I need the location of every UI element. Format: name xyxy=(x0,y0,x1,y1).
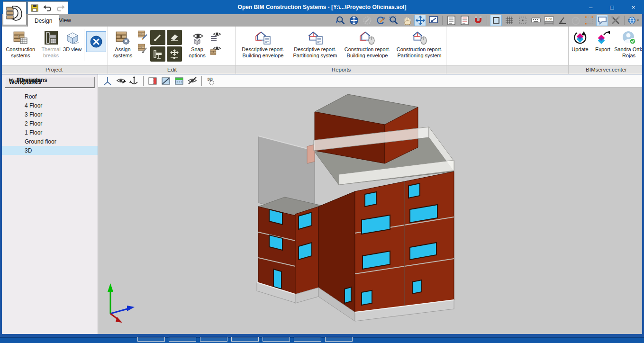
ribbon-group-bimserver: Update Export Sandra Ortiz Rojas xyxy=(569,27,644,65)
web-icon[interactable]: ▾ xyxy=(627,15,639,26)
bim-update-button[interactable]: Update xyxy=(569,28,591,53)
tree-item-1-floor[interactable]: 1 Floor xyxy=(2,128,98,137)
redraw-icon[interactable] xyxy=(361,15,373,26)
edit-eraser-tool[interactable] xyxy=(167,30,182,45)
zoom-previous-icon[interactable] xyxy=(335,15,346,26)
tree-group-3d-views[interactable]: 3D views xyxy=(2,74,41,83)
configuration-tools-icon[interactable] xyxy=(609,15,621,26)
tree-item-ground-floor[interactable]: Ground floor xyxy=(2,137,98,146)
ortho-icon[interactable] xyxy=(490,15,502,26)
edit-system-pencil-icon[interactable] xyxy=(137,30,148,40)
snap-grid-icon[interactable] xyxy=(517,15,528,26)
edit-clamp-tool[interactable] xyxy=(150,46,165,62)
section-plane-icon[interactable] xyxy=(160,75,172,87)
tree-item-2-floor[interactable]: 2 Floor xyxy=(2,119,98,128)
full-screen-icon[interactable] xyxy=(427,15,439,26)
model-window xyxy=(412,280,422,294)
bim-user-button[interactable]: Sandra Ortiz Rojas xyxy=(614,28,644,58)
construction-report-partition-button[interactable]: Construction report. Partitioning system xyxy=(394,28,444,58)
selection-icon[interactable] xyxy=(583,15,595,26)
zoom-extents-icon[interactable] xyxy=(348,15,360,26)
group-label-reports: Reports xyxy=(236,66,446,74)
model-window xyxy=(408,183,420,198)
web-dropdown-arrow: ▾ xyxy=(637,18,639,22)
view-layers-icon[interactable] xyxy=(210,30,221,41)
sidebar-workplanes: Workplanes Floor plans Roof 4 Floor 3 Fl… xyxy=(2,74,98,334)
comments-icon[interactable] xyxy=(596,15,608,26)
viewport-toolbar: 3D xyxy=(98,74,642,88)
taskbar-window-preview xyxy=(294,337,321,342)
group-separator xyxy=(236,27,236,74)
edit-move-tool[interactable] xyxy=(167,46,182,62)
window-controls: – □ × xyxy=(580,0,644,14)
pan-icon[interactable] xyxy=(401,15,413,26)
app-logo[interactable] xyxy=(3,1,27,25)
import-dxf-dwg-icon[interactable] xyxy=(445,15,457,26)
user-avatar xyxy=(621,30,636,45)
construction-report-envelope-button[interactable]: Construction report. Building envelope xyxy=(342,28,392,58)
3d-view-button[interactable]: 3D view xyxy=(63,28,82,53)
grid-icon[interactable] xyxy=(503,15,515,26)
turntable-icon[interactable] xyxy=(128,75,140,87)
tab-view[interactable]: View xyxy=(52,14,78,27)
tree-item-4-floor[interactable]: 4 Floor xyxy=(2,101,98,110)
object-snap-icon[interactable] xyxy=(472,15,484,26)
snap-options-button[interactable]: Snap options xyxy=(184,28,210,58)
axis-tripod xyxy=(108,283,135,323)
chevron-down-icon xyxy=(9,77,13,81)
hide-elements-icon[interactable] xyxy=(187,75,198,87)
tree-item-3d[interactable]: 3D xyxy=(2,146,98,155)
ribbon-group-labels: Project Edit Reports BIMserver.center xyxy=(2,65,642,74)
model-window xyxy=(362,290,372,305)
ribbon-bottom-separator xyxy=(0,74,644,74)
orbit-icon[interactable] xyxy=(414,15,426,26)
model-window xyxy=(365,192,376,207)
descriptive-report-envelope-button[interactable]: Descriptive report. Building envelope xyxy=(238,28,288,58)
tree-item-roof[interactable]: Roof xyxy=(2,92,98,101)
group-separator xyxy=(108,27,108,74)
keyboard-coordinates-icon[interactable] xyxy=(530,15,542,26)
redo-icon[interactable] xyxy=(56,4,65,12)
dxf-dwg-layers-icon[interactable] xyxy=(459,15,471,26)
angle-icon[interactable] xyxy=(556,15,568,26)
thermal-breaks-button[interactable]: Thermal breaks xyxy=(39,28,63,58)
dimensions-icon[interactable]: 1.00 xyxy=(543,15,555,26)
taskbar-window-preview xyxy=(325,337,353,342)
svg-text:1.00: 1.00 xyxy=(546,18,552,21)
protractor-icon[interactable] xyxy=(570,15,581,26)
edit-system-brush-icon[interactable] xyxy=(137,43,148,54)
orbit-view-icon[interactable] xyxy=(115,75,127,87)
construction-systems-button[interactable]: Construction systems xyxy=(2,28,39,58)
edit-pencil-tool[interactable] xyxy=(150,30,165,45)
ribbon-group-edit: Assign systems Snap options xyxy=(108,27,236,65)
view-walls-icon[interactable] xyxy=(210,44,221,55)
minimize-button[interactable]: – xyxy=(580,0,601,14)
snap-options-icon xyxy=(190,30,205,45)
snap-extra-tools xyxy=(210,28,221,55)
maximize-button[interactable]: □ xyxy=(601,0,623,14)
save-icon[interactable] xyxy=(31,4,38,12)
undo-icon[interactable] xyxy=(43,4,52,12)
taskbar-window-preview xyxy=(200,337,227,342)
update-drawing-icon[interactable] xyxy=(374,15,386,26)
descriptive-report-partition-button[interactable]: Descriptive report. Partitioning system xyxy=(290,28,340,58)
bim-export-button[interactable]: Export xyxy=(592,28,613,53)
group-label-edit: Edit xyxy=(108,66,236,74)
section-fill-icon[interactable] xyxy=(147,75,158,87)
section-top-icon[interactable] xyxy=(173,75,185,87)
tree-item-3-floor[interactable]: 3 Floor xyxy=(2,110,98,119)
quick-access-toolbar xyxy=(27,1,68,14)
axes-icon[interactable] xyxy=(102,75,113,87)
ribbon: Construction systems Thermal breaks 3D v… xyxy=(2,27,642,65)
ribbon-group-reports: Descriptive report. Building envelope De… xyxy=(236,27,446,65)
zoom-window-icon[interactable] xyxy=(388,15,399,26)
window-border-left xyxy=(0,14,2,343)
model-viewport[interactable] xyxy=(98,88,642,334)
assign-systems-button[interactable]: Assign systems xyxy=(108,28,137,58)
close-view-button[interactable] xyxy=(86,31,106,52)
3d-model-canvas[interactable] xyxy=(98,88,642,334)
title-bar[interactable]: Open BIM Construction Systems - [Y:\...\… xyxy=(0,0,644,14)
close-button[interactable]: × xyxy=(623,0,644,14)
window-border-right xyxy=(642,14,644,343)
3d-settings-icon[interactable]: 3D xyxy=(205,75,217,87)
